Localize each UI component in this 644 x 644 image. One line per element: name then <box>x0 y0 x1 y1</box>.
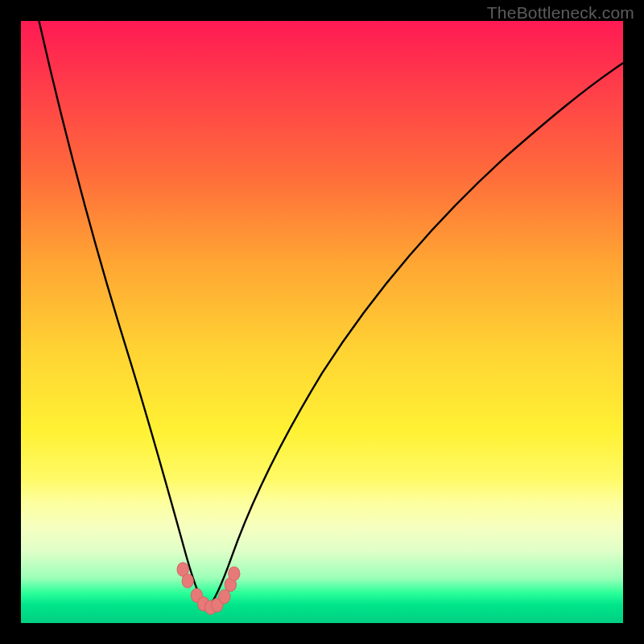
highlight-markers <box>177 563 240 614</box>
svg-point-1 <box>182 574 193 588</box>
svg-point-8 <box>229 567 240 580</box>
watermark-text: TheBottleneck.com <box>487 3 634 23</box>
bottleneck-curve-path <box>39 21 623 609</box>
svg-point-6 <box>219 589 230 603</box>
chart-plot-area <box>21 21 623 623</box>
bottleneck-curve-svg <box>21 21 623 623</box>
